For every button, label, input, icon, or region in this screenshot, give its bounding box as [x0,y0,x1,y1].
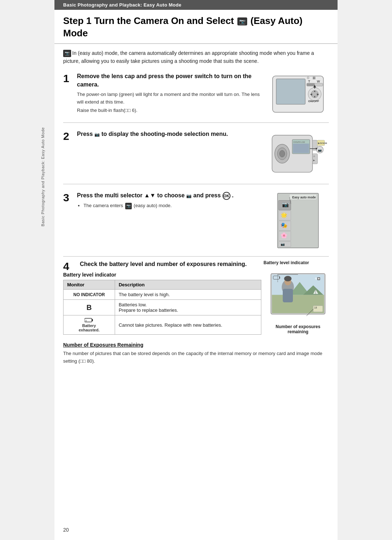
step3-period: . [232,192,233,198]
battery-subtitle: Battery level indicator [63,272,261,278]
monitor-b: B [64,300,115,315]
table-header-monitor: Monitor [64,280,115,290]
svg-text:18: 18 [314,306,317,309]
svg-rect-1 [276,79,305,104]
svg-point-59 [284,276,292,282]
battery-exhausted-cell: i Batteryexhausted. [67,318,111,332]
monitor-no-indicator: NO INDICATOR [64,290,115,300]
step2: 2 Press 📷 to display the shooting-mode s… [63,126,329,177]
monitor-exhausted: i Batteryexhausted. [64,315,115,335]
camera-side-illustration: COOLPIX L310 ▶/SCENE 📷 ⊙ ▶ [269,130,327,177]
step3-area: 3 Press the multi selector ▲▼ to choose … [54,188,338,257]
step2-divider [63,184,329,184]
intro-text: 📷In (easy auto) mode, the camera automat… [54,44,338,69]
table-row: NO INDICATOR The battery level is high. [64,290,261,300]
svg-rect-64 [279,277,280,279]
svg-rect-5 [307,83,315,86]
svg-point-20 [279,150,285,157]
svg-text:▶: ▶ [313,160,315,162]
svg-rect-60 [283,289,293,302]
step1: 1 Remove the lens cap and press the powe… [63,69,329,116]
step3-ok-circle: OK [222,192,230,200]
step3-bullets: The camera enters 📷 (easy auto) mode. [77,202,264,210]
step2-content: Press 📷 to display the shooting-mode sel… [77,130,267,140]
step3-title-prefix: Press the multi selector ▲▼ to choose [77,192,185,198]
main-title-prefix: Step 1 Turn the Camera On and Select [63,15,234,26]
table-header-description: Description [115,280,261,290]
desc-b: Batteries low.Prepare to replace batteri… [115,300,261,315]
easy-auto-icon: 📷 [237,17,247,25]
step4-header: 4 Check the battery level and number of … [63,260,329,272]
svg-text:◀: ◀ [310,93,313,96]
sidebar-text: Basic Photography and Playback: Easy Aut… [41,127,45,226]
svg-text:📷: 📷 [281,242,285,246]
step3-content: Press the multi selector ▲▼ to choose 📷 … [77,192,267,210]
step3-title-suffix: and press [193,192,221,198]
svg-text:📷: 📷 [282,202,289,208]
svg-text:▦: ▦ [313,76,316,80]
menu-screen-illustration: Easy auto mode 📷 🌟 🎭 🌸 📷 [274,192,322,250]
exhausted-label: Batteryexhausted. [79,323,99,332]
step3-title: Press the multi selector ▲▼ to choose 📷 … [77,192,264,200]
battery-right: S/🔲 18 Number of exposuresremaining [267,272,329,334]
step1-desc1: The power-on lamp (green) will light for… [77,91,264,106]
step3-bullet-icon: 📷 [125,203,132,209]
desc-exhausted: Cannot take pictures. Replace with new b… [115,315,261,335]
svg-text:🌟: 🌟 [281,212,287,218]
step2-area: 2 Press 📷 to display the shooting-mode s… [54,126,338,184]
intro-paragraph: In (easy auto) mode, the camera automati… [63,50,314,64]
svg-text:▼: ▼ [313,95,316,98]
step1-content: Remove the lens cap and press the power … [77,72,267,113]
top-bar: Basic Photography and Playback: Easy Aut… [54,0,338,10]
step2-camera-icon: 📷 [94,132,100,137]
step2-number: 2 [63,130,77,142]
step2-title: Press 📷 to display the shooting-mode sel… [77,130,264,138]
svg-text:⊙: ⊙ [313,156,315,158]
intro-icon: 📷 [63,50,71,57]
desc-no-indicator: The battery level is high. [115,290,261,300]
battery-table: Monitor Description NO INDICATOR The bat… [63,280,261,335]
exposures-section: Number of Exposures Remaining The number… [54,338,338,371]
step4-left: Check the battery level and number of ex… [80,260,261,270]
svg-text:▶: ▶ [317,93,319,96]
step4-area: 4 Check the battery level and number of … [54,260,338,272]
step1-number: 1 [63,72,77,84]
svg-text:i: i [86,319,86,322]
step4-title: Check the battery level and number of ex… [80,260,257,268]
battery-section: Battery level indicator Monitor Descript… [63,272,329,335]
svg-text:📷: 📷 [318,148,322,152]
svg-text:⊙: ⊙ [307,76,310,80]
battery-left: Battery level indicator Monitor Descript… [63,272,261,335]
svg-text:S/🔲: S/🔲 [315,277,320,280]
step1-desc2: Raise the built-in flash(□□ 6). [77,108,264,113]
step1-divider [63,122,329,123]
main-title: Step 1 Turn the Camera On and Select 📷 (… [54,10,338,44]
step4-right: Battery level indicator [264,260,329,267]
step3-image: Easy auto mode 📷 🌟 🎭 🌸 📷 [267,192,329,250]
step3: 3 Press the multi selector ▲▼ to choose … [63,188,329,250]
top-bar-label: Basic Photography and Playback: Easy Aut… [63,2,181,8]
svg-text:Easy auto mode: Easy auto mode [292,196,316,199]
step3-divider [63,256,329,257]
step2-image: COOLPIX L310 ▶/SCENE 📷 ⊙ ▶ [267,130,329,177]
step2-title-suffix: to display the shooting-mode selection m… [102,131,228,137]
exposures-remaining-label: Number of exposuresremaining [269,324,327,334]
exposures-title: Number of Exposures Remaining [63,342,329,348]
svg-text:ON/OFF: ON/OFF [308,100,319,103]
step3-camera-icon: 📷 [186,193,192,198]
camera-display-illustration: S/🔲 18 [269,272,327,323]
step2-title-prefix: Press [77,131,93,137]
step1-title: Remove the lens cap and press the power … [77,72,264,89]
camera-back-illustration: T W ▲ ▼ ◀ ▶ ON/OFF [269,72,327,116]
page-number: 20 [63,527,69,533]
step3-number: 3 [63,192,77,203]
svg-rect-49 [92,319,93,321]
svg-text:🎭: 🎭 [281,222,287,229]
exposures-desc: The number of pictures that can be store… [63,350,329,365]
svg-text:🌸: 🌸 [281,232,287,239]
svg-text:W: W [317,80,320,83]
table-row: i Batteryexhausted. Cannot take pictures… [64,315,261,335]
page: Basic Photography and Playback: Easy Aut… [54,0,338,540]
svg-text:T: T [308,80,310,83]
svg-text:▶/SCENE: ▶/SCENE [318,142,327,144]
